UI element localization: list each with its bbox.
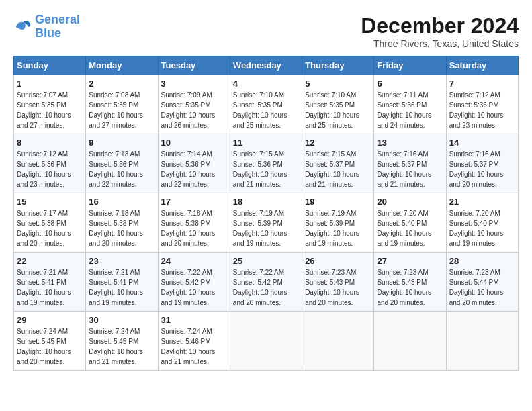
header-tuesday: Tuesday [158, 56, 230, 75]
day-cell: 7Sunrise: 7:12 AMSunset: 5:36 PMDaylight… [446, 75, 518, 134]
day-info: Sunrise: 7:09 AMSunset: 5:35 PMDaylight:… [161, 90, 227, 130]
day-info: Sunrise: 7:18 AMSunset: 5:38 PMDaylight:… [89, 208, 154, 248]
day-info: Sunrise: 7:20 AMSunset: 5:40 PMDaylight:… [449, 208, 515, 248]
day-number: 1 [17, 79, 83, 89]
day-info: Sunrise: 7:12 AMSunset: 5:36 PMDaylight:… [449, 90, 515, 130]
day-cell: 9Sunrise: 7:13 AMSunset: 5:36 PMDaylight… [86, 134, 158, 193]
logo-text: General Blue [35, 13, 80, 40]
page-header: General Blue December 2024 Three Rivers,… [13, 13, 519, 49]
day-cell [374, 312, 446, 371]
day-info: Sunrise: 7:15 AMSunset: 5:37 PMDaylight:… [305, 149, 371, 189]
day-number: 8 [17, 138, 83, 148]
day-info: Sunrise: 7:08 AMSunset: 5:35 PMDaylight:… [89, 90, 154, 130]
day-cell [302, 312, 374, 371]
day-info: Sunrise: 7:23 AMSunset: 5:43 PMDaylight:… [305, 267, 371, 308]
day-cell [446, 312, 518, 371]
calendar-table: SundayMondayTuesdayWednesdayThursdayFrid… [13, 56, 519, 371]
day-number: 7 [449, 79, 515, 89]
day-number: 16 [89, 197, 154, 207]
day-cell: 11Sunrise: 7:15 AMSunset: 5:36 PMDayligh… [230, 134, 302, 193]
day-cell: 30Sunrise: 7:24 AMSunset: 5:45 PMDayligh… [86, 312, 158, 371]
day-info: Sunrise: 7:24 AMSunset: 5:46 PMDaylight:… [161, 326, 227, 367]
day-cell: 29Sunrise: 7:24 AMSunset: 5:45 PMDayligh… [14, 312, 86, 371]
day-number: 15 [17, 197, 83, 207]
day-info: Sunrise: 7:20 AMSunset: 5:40 PMDaylight:… [377, 208, 443, 248]
logo-line2: Blue [35, 27, 80, 40]
day-info: Sunrise: 7:17 AMSunset: 5:38 PMDaylight:… [17, 208, 83, 248]
day-info: Sunrise: 7:24 AMSunset: 5:45 PMDaylight:… [89, 326, 154, 367]
day-number: 27 [377, 256, 443, 266]
day-cell: 17Sunrise: 7:18 AMSunset: 5:38 PMDayligh… [158, 193, 230, 253]
day-number: 12 [305, 138, 371, 148]
logo-line1: General [35, 13, 80, 26]
header-wednesday: Wednesday [230, 56, 302, 75]
day-number: 30 [89, 315, 154, 325]
day-number: 19 [305, 197, 371, 207]
day-cell: 21Sunrise: 7:20 AMSunset: 5:40 PMDayligh… [446, 193, 518, 253]
day-info: Sunrise: 7:15 AMSunset: 5:36 PMDaylight:… [233, 149, 299, 189]
day-info: Sunrise: 7:23 AMSunset: 5:43 PMDaylight:… [377, 267, 443, 308]
day-cell: 13Sunrise: 7:16 AMSunset: 5:37 PMDayligh… [374, 134, 446, 193]
day-number: 23 [89, 256, 154, 266]
title-block: December 2024 Three Rivers, Texas, Unite… [361, 13, 519, 49]
day-number: 10 [161, 138, 227, 148]
header-monday: Monday [86, 56, 158, 75]
day-number: 13 [377, 138, 443, 148]
day-number: 2 [89, 79, 154, 89]
header-thursday: Thursday [302, 56, 374, 75]
day-cell: 3Sunrise: 7:09 AMSunset: 5:35 PMDaylight… [158, 75, 230, 134]
day-number: 18 [233, 197, 299, 207]
week-row-2: 8Sunrise: 7:12 AMSunset: 5:36 PMDaylight… [14, 134, 519, 193]
day-info: Sunrise: 7:19 AMSunset: 5:39 PMDaylight:… [305, 208, 371, 248]
day-cell: 15Sunrise: 7:17 AMSunset: 5:38 PMDayligh… [14, 193, 86, 253]
day-number: 6 [377, 79, 443, 89]
header-saturday: Saturday [446, 56, 518, 75]
day-number: 5 [305, 79, 371, 89]
day-info: Sunrise: 7:12 AMSunset: 5:36 PMDaylight:… [17, 149, 83, 189]
day-number: 14 [449, 138, 515, 148]
day-number: 17 [161, 197, 227, 207]
day-info: Sunrise: 7:10 AMSunset: 5:35 PMDaylight:… [305, 90, 371, 130]
day-info: Sunrise: 7:22 AMSunset: 5:42 PMDaylight:… [233, 267, 299, 308]
logo: General Blue [13, 13, 80, 40]
day-number: 26 [305, 256, 371, 266]
day-number: 20 [377, 197, 443, 207]
day-cell: 25Sunrise: 7:22 AMSunset: 5:42 PMDayligh… [230, 253, 302, 312]
day-number: 4 [233, 79, 299, 89]
header-friday: Friday [374, 56, 446, 75]
day-number: 3 [161, 79, 227, 89]
day-number: 22 [17, 256, 83, 266]
day-info: Sunrise: 7:07 AMSunset: 5:35 PMDaylight:… [17, 90, 83, 130]
day-number: 11 [233, 138, 299, 148]
day-info: Sunrise: 7:16 AMSunset: 5:37 PMDaylight:… [449, 149, 515, 189]
day-info: Sunrise: 7:16 AMSunset: 5:37 PMDaylight:… [377, 149, 443, 189]
day-cell: 26Sunrise: 7:23 AMSunset: 5:43 PMDayligh… [302, 253, 374, 312]
day-number: 25 [233, 256, 299, 266]
day-info: Sunrise: 7:18 AMSunset: 5:38 PMDaylight:… [161, 208, 227, 248]
day-cell: 31Sunrise: 7:24 AMSunset: 5:46 PMDayligh… [158, 312, 230, 371]
day-cell: 28Sunrise: 7:23 AMSunset: 5:44 PMDayligh… [446, 253, 518, 312]
day-number: 31 [161, 315, 227, 325]
day-info: Sunrise: 7:13 AMSunset: 5:36 PMDaylight:… [89, 149, 154, 189]
day-cell: 14Sunrise: 7:16 AMSunset: 5:37 PMDayligh… [446, 134, 518, 193]
header-sunday: Sunday [14, 56, 86, 75]
day-info: Sunrise: 7:21 AMSunset: 5:41 PMDaylight:… [89, 267, 154, 308]
week-row-3: 15Sunrise: 7:17 AMSunset: 5:38 PMDayligh… [14, 193, 519, 253]
day-number: 29 [17, 315, 83, 325]
calendar-title: December 2024 [361, 13, 519, 38]
day-cell: 24Sunrise: 7:22 AMSunset: 5:42 PMDayligh… [158, 253, 230, 312]
day-info: Sunrise: 7:14 AMSunset: 5:36 PMDaylight:… [161, 149, 227, 189]
day-number: 28 [449, 256, 515, 266]
day-cell: 6Sunrise: 7:11 AMSunset: 5:36 PMDaylight… [374, 75, 446, 134]
calendar-subtitle: Three Rivers, Texas, United States [361, 38, 519, 49]
day-number: 9 [89, 138, 154, 148]
day-cell: 27Sunrise: 7:23 AMSunset: 5:43 PMDayligh… [374, 253, 446, 312]
day-cell: 12Sunrise: 7:15 AMSunset: 5:37 PMDayligh… [302, 134, 374, 193]
day-cell: 8Sunrise: 7:12 AMSunset: 5:36 PMDaylight… [14, 134, 86, 193]
day-cell: 2Sunrise: 7:08 AMSunset: 5:35 PMDaylight… [86, 75, 158, 134]
week-row-1: 1Sunrise: 7:07 AMSunset: 5:35 PMDaylight… [14, 75, 519, 134]
day-info: Sunrise: 7:23 AMSunset: 5:44 PMDaylight:… [449, 267, 515, 308]
week-row-4: 22Sunrise: 7:21 AMSunset: 5:41 PMDayligh… [14, 253, 519, 312]
week-row-5: 29Sunrise: 7:24 AMSunset: 5:45 PMDayligh… [14, 312, 519, 371]
calendar-body: 1Sunrise: 7:07 AMSunset: 5:35 PMDaylight… [14, 75, 519, 371]
